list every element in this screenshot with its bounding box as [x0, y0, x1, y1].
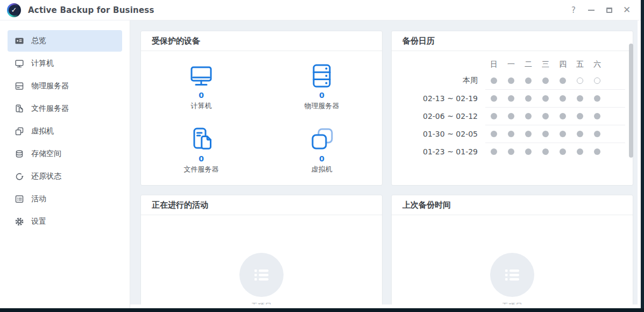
- minimize-button[interactable]: [586, 5, 597, 16]
- sidebar-item-activity[interactable]: 活动: [8, 188, 122, 210]
- sidebar-item-label: 物理服务器: [31, 81, 69, 91]
- backup-day-dot: [542, 148, 549, 155]
- device-label: 计算机: [191, 101, 212, 111]
- calendar-day-headers: 日 一 二 三 四 五 六: [402, 60, 622, 69]
- file-server-icon: [188, 126, 214, 152]
- day-header: 四: [554, 60, 571, 69]
- backup-calendar-card: 备份日历 日 一 二 三 四 五 六: [391, 31, 633, 186]
- sidebar-item-label: 活动: [31, 194, 46, 204]
- backup-day-dot: [508, 113, 514, 119]
- day-header: 五: [571, 60, 589, 69]
- device-tile-computer[interactable]: 0 计算机: [141, 59, 261, 122]
- backup-day-dot: [508, 77, 514, 84]
- sidebar-item-label: 总览: [31, 36, 46, 46]
- device-count: 0: [199, 155, 204, 163]
- close-button[interactable]: ✕: [621, 5, 632, 16]
- sidebar-item-label: 存储空间: [31, 149, 61, 159]
- sidebar-item-label: 虚拟机: [31, 126, 54, 136]
- desktop-edge-right: [641, 0, 644, 312]
- backup-day-dot: [525, 148, 532, 155]
- device-count: 0: [199, 91, 204, 100]
- backup-day-dot: [560, 113, 566, 119]
- day-header: 一: [503, 60, 520, 69]
- device-tile-virtual-machine[interactable]: 0 虚拟机: [261, 122, 382, 186]
- empty-list-icon: [490, 253, 534, 297]
- empty-state-text: 无项目: [251, 301, 272, 304]
- device-label: 物理服务器: [305, 101, 339, 111]
- device-tile-file-server[interactable]: 0 文件服务器: [141, 122, 261, 186]
- restore-status-icon: [15, 172, 24, 181]
- maximize-icon: [606, 8, 612, 13]
- backup-day-dot: [542, 113, 549, 119]
- card-title: 正在进行的活动: [141, 195, 382, 215]
- backup-day-dot: [594, 131, 600, 137]
- virtual-machine-icon: [309, 126, 335, 152]
- settings-gear-icon: [15, 217, 24, 226]
- app-title: Active Backup for Business: [28, 5, 154, 15]
- day-header: 二: [520, 60, 537, 69]
- backup-day-dot: [577, 131, 583, 137]
- backup-day-dot: [491, 131, 497, 137]
- sidebar-item-file-server[interactable]: 文件服务器: [8, 98, 122, 119]
- device-count: 0: [319, 155, 324, 163]
- backup-day-dot: [491, 77, 497, 84]
- device-tile-physical-server[interactable]: 0 物理服务器: [261, 59, 382, 122]
- sidebar-item-computer[interactable]: 计算机: [8, 53, 122, 74]
- sidebar-item-storage[interactable]: 存储空间: [8, 143, 122, 165]
- sidebar: 总览 计算机 物理服务器 文件服务: [0, 20, 130, 308]
- backup-day-dot: [594, 95, 600, 102]
- backup-day-dot: [508, 148, 514, 155]
- sidebar-item-label: 设置: [31, 217, 46, 226]
- sidebar-item-settings[interactable]: 设置: [8, 211, 122, 232]
- physical-server-icon: [15, 81, 24, 91]
- maximize-button[interactable]: [604, 5, 614, 16]
- device-label: 虚拟机: [312, 165, 332, 174]
- virtual-machine-icon: [15, 126, 24, 136]
- backup-day-dot: [491, 113, 497, 119]
- device-count: 0: [319, 91, 324, 100]
- sidebar-item-physical-server[interactable]: 物理服务器: [8, 75, 122, 97]
- calendar-row-label: 02-13 ~ 02-19: [402, 94, 485, 103]
- backup-day-dot: [594, 77, 600, 84]
- sidebar-item-label: 文件服务器: [31, 104, 69, 114]
- sidebar-item-overview[interactable]: 总览: [8, 30, 122, 52]
- calendar-row: 本周: [402, 72, 622, 89]
- overview-icon: [15, 36, 24, 46]
- help-button[interactable]: ?: [568, 5, 579, 16]
- backup-day-dot: [525, 113, 532, 119]
- active-backup-logo-icon: [7, 3, 21, 17]
- main-content: 受保护的设备 0 计算机: [130, 20, 638, 304]
- title-bar: Active Backup for Business ? ✕: [0, 0, 641, 20]
- backup-day-dot: [560, 77, 566, 84]
- minimize-icon: [588, 10, 595, 11]
- backup-day-dot: [577, 95, 583, 102]
- backup-day-dot: [525, 95, 532, 102]
- last-backup-time-card: 上次备份时间 无项目: [391, 195, 633, 304]
- backup-day-dot: [508, 131, 514, 137]
- desktop-edge-bottom: [0, 308, 644, 312]
- calendar-row-label: 02-06 ~ 02-12: [402, 112, 485, 120]
- day-header: 三: [537, 60, 554, 69]
- backup-day-dot: [525, 77, 532, 84]
- protected-devices-card: 受保护的设备 0 计算机: [140, 31, 383, 186]
- calendar-row-label: 本周: [402, 76, 485, 86]
- calendar-row: 02-06 ~ 02-12: [402, 107, 622, 125]
- app-window: Active Backup for Business ? ✕ 总览: [0, 0, 641, 308]
- sidebar-item-label: 计算机: [31, 59, 54, 68]
- backup-day-dot: [542, 95, 549, 102]
- backup-day-dot: [560, 131, 566, 137]
- backup-day-dot: [577, 148, 583, 155]
- ongoing-activities-card: 正在进行的活动 无项目: [140, 195, 383, 304]
- calendar-row-label: 01-30 ~ 02-05: [402, 130, 485, 138]
- sidebar-item-restore-status[interactable]: 还原状态: [8, 166, 122, 187]
- sidebar-item-virtual-machine[interactable]: 虚拟机: [8, 120, 122, 142]
- vertical-scrollbar-thumb[interactable]: [629, 44, 633, 158]
- backup-day-dot: [491, 148, 497, 155]
- day-header: 六: [589, 60, 606, 69]
- calendar-row: 01-30 ~ 02-05: [402, 125, 622, 143]
- backup-day-dot: [508, 95, 514, 102]
- physical-server-icon: [309, 63, 335, 89]
- day-header: 日: [485, 60, 503, 69]
- activity-icon: [15, 194, 24, 204]
- backup-day-dot: [577, 77, 583, 84]
